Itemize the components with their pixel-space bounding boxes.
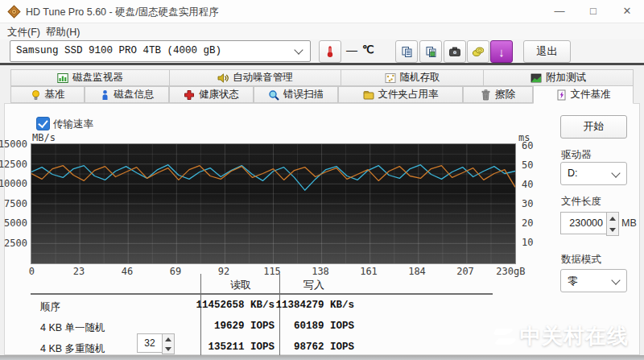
y-right-tick: 50 (522, 159, 533, 171)
file-length-stepper[interactable] (606, 212, 619, 236)
copy-image-button[interactable] (419, 40, 442, 63)
camera-icon (448, 46, 461, 57)
step-up-icon[interactable] (607, 213, 618, 224)
menu-help[interactable]: 帮助(H) (46, 26, 80, 39)
close-button[interactable]: ✕ (610, 0, 644, 23)
disk-monitor-icon (57, 72, 68, 84)
temperature-button[interactable] (319, 40, 341, 63)
col-header-read: 读取 (211, 278, 270, 292)
tab-label: 文件基准 (571, 88, 611, 101)
tab-folder-usage[interactable]: 文件夹占用率 (338, 86, 463, 103)
tab-label: 磁盘信息 (114, 88, 155, 101)
noise-management-icon (217, 72, 229, 84)
tab-erase[interactable]: 擦除 (463, 86, 533, 103)
tab-label: 随机存取 (400, 71, 440, 85)
window-title: HD Tune Pro 5.60 - 硬盘/固态硬盘实用程序 (26, 6, 219, 19)
tab-file-benchmark[interactable]: 文件基准 (533, 85, 634, 104)
tab-benchmark[interactable]: 基准 (10, 86, 85, 103)
y-right-tick: 30 (522, 198, 533, 209)
x-tick: 138 (312, 266, 329, 277)
step-down-icon[interactable] (163, 344, 174, 354)
transfer-rate-chart (31, 143, 516, 264)
zol-logo-icon (493, 325, 517, 348)
copy-text-button[interactable] (395, 40, 418, 63)
zol-watermark: 中关村在线 (493, 322, 629, 350)
check-icon (38, 118, 47, 128)
x-tick: 69 (170, 266, 181, 277)
x-tick: 23 (73, 266, 85, 277)
coins-icon (472, 46, 485, 57)
purchase-button[interactable] (467, 40, 489, 63)
4k-single-write-value: 60189 IOPS (274, 321, 354, 332)
extra-tests-icon (530, 72, 542, 84)
exit-button[interactable]: 退出 (523, 40, 571, 63)
x-tick: 0 (29, 266, 35, 277)
target-drive-select[interactable]: D: (560, 162, 627, 185)
sequential-write-value: 11384279 KB/s (274, 300, 354, 311)
tab-extra-tests[interactable]: 附加测试 (483, 69, 634, 86)
chevron-down-icon (611, 168, 620, 177)
tab-error-scan[interactable]: 错误扫描 (254, 86, 338, 103)
row-label-4k-single: 4 KB 单一随机 (40, 321, 105, 335)
maximize-button[interactable]: □ (576, 0, 610, 23)
start-button[interactable]: 开始 (560, 115, 627, 139)
erase-icon (481, 89, 491, 101)
file-length-label: 文件长度 (561, 195, 601, 209)
temperature-unit: ℃ (362, 43, 374, 56)
temperature-value: — (346, 43, 357, 56)
folder-usage-icon (363, 89, 374, 100)
4k-multi-write-value: 98762 IOPS (274, 341, 354, 353)
x-tick: 161 (360, 266, 378, 277)
step-up-icon[interactable] (163, 334, 174, 344)
transfer-rate-label: 传输速率 (53, 118, 93, 131)
y-right-tick: 60 (522, 140, 533, 151)
tab-health-status[interactable]: 健康状态 (169, 86, 254, 103)
drive-select[interactable]: Samsung SSD 9100 PRO 4TB (4000 gB) (10, 40, 311, 62)
chevron-down-icon (294, 45, 303, 54)
hdtune-window: HD Tune Pro 5.60 - 硬盘/固态硬盘实用程序 — □ ✕ 文件(… (0, 0, 644, 360)
menu-bar (0, 23, 644, 39)
data-mode-select[interactable]: 零 (560, 269, 627, 292)
sequential-read-value: 11452658 KB/s (194, 300, 275, 311)
tab-label: 附加测试 (546, 71, 586, 85)
tab-label: 磁盘监视器 (72, 71, 123, 85)
menu-file[interactable]: 文件(F) (7, 26, 40, 39)
minimize-button[interactable]: — (543, 0, 576, 23)
file-length-input[interactable]: 230000 (560, 212, 607, 234)
data-mode-label: 数据模式 (561, 253, 601, 267)
download-icon: ↓ (498, 46, 505, 58)
row-label-sequential: 顺序 (40, 300, 60, 314)
chevron-down-icon (611, 275, 620, 284)
x-tick: 115 (263, 266, 281, 277)
x-tick: 92 (218, 266, 229, 277)
health-icon (184, 89, 195, 101)
transfer-rate-checkbox[interactable] (36, 117, 50, 130)
watermark-text: 中关村在线 (520, 322, 629, 350)
update-download-button[interactable]: ↓ (490, 40, 513, 63)
chart-plot-area (31, 144, 515, 263)
4k-single-read-value: 19629 IOPS (194, 321, 275, 332)
y-right-tick: 10 (522, 237, 533, 248)
queue-depth-input[interactable]: 32 (137, 333, 163, 353)
4k-multi-read-value: 135211 IOPS (194, 341, 275, 353)
step-down-icon[interactable] (607, 224, 618, 235)
queue-depth-stepper[interactable] (162, 333, 175, 354)
y-left-tick: 10000 (0, 178, 27, 189)
tab-noise-management[interactable]: 自动噪音管理 (169, 69, 341, 86)
tab-disk-monitor[interactable]: 磁盘监视器 (10, 69, 170, 86)
y-left-tick: 5000 (4, 217, 27, 229)
drive-field-label: 驱动器 (561, 148, 592, 162)
data-mode-value: 零 (568, 275, 578, 288)
random-access-icon (385, 72, 396, 84)
col-header-write: 写入 (288, 278, 340, 292)
disk-info-icon (100, 89, 110, 101)
tab-disk-info[interactable]: 磁盘信息 (85, 86, 169, 103)
tab-label: 基准 (45, 88, 65, 101)
x-tick: 46 (122, 266, 133, 277)
tab-label: 自动噪音管理 (233, 71, 293, 85)
tab-random-access[interactable]: 随机存取 (341, 69, 484, 86)
screenshot-button[interactable] (444, 40, 466, 63)
tab-label: 文件夹占用率 (378, 88, 439, 101)
tab-label: 健康状态 (199, 88, 239, 101)
file-benchmark-icon (556, 89, 567, 101)
